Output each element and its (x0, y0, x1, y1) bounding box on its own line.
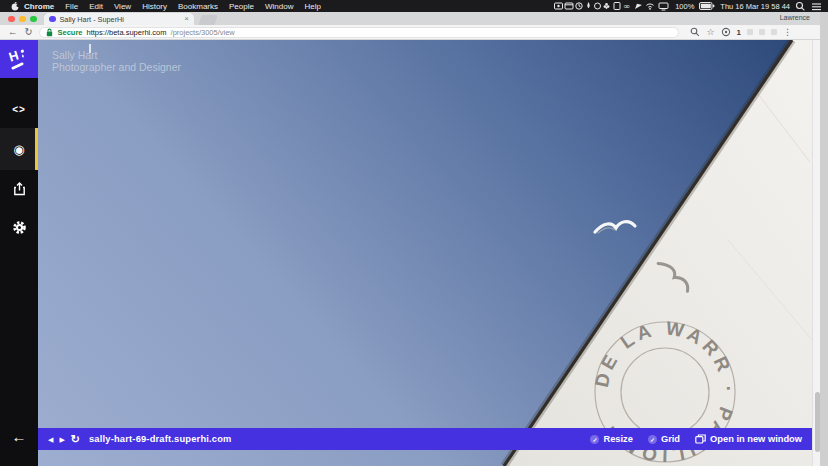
preview-bottom-bar: ◀ ▶ ↻ sally-hart-69-draft.superhi.com ✓ … (38, 428, 812, 450)
apple-logo-icon[interactable] (10, 1, 20, 11)
disabled-extension-icon[interactable] (759, 29, 765, 35)
browser-window: Sally Hart - SuperHi × Lawrence ← ↻ Secu… (0, 12, 820, 466)
menu-chrome[interactable]: Chrome (24, 2, 54, 11)
flower-icon (604, 3, 610, 9)
sidebar-item-preview[interactable]: ◉ (0, 128, 38, 170)
open-new-window-button[interactable]: Open in new window (695, 434, 802, 444)
wifi-icon (647, 4, 654, 10)
new-window-icon (695, 434, 706, 444)
clock-icon (576, 3, 582, 9)
eye-icon: ◉ (13, 142, 24, 157)
macos-menu-bar: Chrome File Edit View History Bookmarks … (0, 0, 828, 12)
secure-lock-icon (46, 28, 53, 37)
url-host: https://beta.superhi.com (87, 28, 167, 37)
address-bar[interactable]: Secure https://beta.superhi.com /project… (39, 27, 679, 38)
tab-close-icon[interactable]: × (184, 15, 189, 23)
building (504, 40, 812, 466)
text-cursor (89, 44, 91, 53)
editor-sidebar: H <> ◉ (0, 40, 38, 466)
grid-button[interactable]: ✓ Grid (648, 434, 680, 444)
menubar-status-icons[interactable]: ∞ (554, 0, 670, 12)
open-new-window-label: Open in new window (710, 434, 802, 444)
scrollbar-thumb[interactable] (815, 392, 820, 452)
draft-site-url[interactable]: sally-hart-69-draft.superhi.com (89, 434, 232, 444)
sidebar-item-code[interactable]: <> (0, 90, 38, 128)
app-menus: Chrome File Edit View History Bookmarks … (24, 2, 321, 11)
back-button[interactable]: ← (8, 27, 18, 37)
extension-circle-icon[interactable] (721, 27, 731, 37)
resize-check-icon: ✓ (590, 435, 599, 444)
sidebar-back-button[interactable]: ← (0, 417, 38, 455)
tab-favicon-icon (49, 16, 56, 23)
sidebar-item-settings[interactable] (0, 208, 38, 246)
preview-back-button[interactable]: ◀ (48, 436, 53, 443)
menu-history[interactable]: History (142, 2, 167, 11)
reload-button[interactable]: ↻ (25, 27, 33, 37)
window-icon (565, 3, 573, 9)
grid-label: Grid (661, 434, 680, 444)
svg-text:H: H (7, 47, 20, 64)
battery-percent: 100% (675, 2, 694, 11)
close-window-button[interactable] (8, 16, 15, 23)
onepassword-icon[interactable]: 1 (737, 28, 741, 37)
menu-window[interactable]: Window (265, 2, 293, 11)
svg-text:∞: ∞ (623, 1, 630, 11)
cursor-icon (635, 4, 642, 9)
window-controls (8, 16, 37, 23)
browser-tab[interactable]: Sally Hart - SuperHi × (44, 13, 194, 25)
menu-help[interactable]: Help (304, 2, 320, 11)
chrome-menu-icon[interactable]: ⋮ (783, 27, 792, 37)
disabled-extension-icon[interactable] (771, 29, 777, 35)
sidebar-item-share[interactable] (0, 170, 38, 208)
site-subtitle: Photographer and Designer (52, 61, 181, 73)
drop-icon (587, 2, 589, 8)
url-path: /projects/3005/view (171, 28, 235, 37)
document-icon (614, 3, 620, 10)
preview-forward-button[interactable]: ▶ (59, 436, 64, 443)
menu-people[interactable]: People (229, 2, 254, 11)
minimize-window-button[interactable] (19, 16, 26, 23)
menu-view[interactable]: View (114, 2, 131, 11)
menu-file[interactable]: File (65, 2, 78, 11)
browser-toolbar: ← ↻ Secure https://beta.superhi.com /pro… (0, 25, 820, 40)
display-icon (659, 3, 668, 10)
screen: Chrome File Edit View History Bookmarks … (0, 0, 828, 466)
menu-bookmarks[interactable]: Bookmarks (178, 2, 218, 11)
tab-bar: Sally Hart - SuperHi × Lawrence (0, 12, 820, 25)
circle-icon (595, 3, 601, 9)
tab-title: Sally Hart - SuperHi (60, 15, 181, 24)
screen-capture-icon (555, 3, 563, 9)
site-preview: DE LA WARR · PAVILION · Sally Hart Photo… (38, 40, 812, 466)
bookmark-star-icon[interactable]: ☆ (706, 27, 714, 37)
desktop-edge (820, 12, 828, 466)
site-heading-block: Sally Hart Photographer and Designer (52, 49, 181, 73)
site-title: Sally Hart (52, 49, 181, 61)
new-tab-button[interactable] (198, 15, 217, 26)
resize-button[interactable]: ✓ Resize (590, 434, 632, 444)
zoom-page-icon[interactable] (690, 27, 700, 37)
grid-check-icon: ✓ (648, 435, 657, 444)
resize-label: Resize (603, 434, 632, 444)
infinity-icon: ∞ (623, 1, 630, 11)
gear-icon (12, 220, 27, 235)
preview-refresh-button[interactable]: ↻ (71, 434, 80, 445)
notification-center-icon[interactable] (811, 1, 822, 12)
hero-photo: DE LA WARR · PAVILION · (38, 40, 812, 466)
battery-icon (699, 1, 715, 11)
security-label: Secure (57, 28, 82, 37)
seagull-icon (595, 222, 635, 233)
code-icon: <> (12, 104, 26, 115)
zoom-window-button[interactable] (30, 16, 37, 23)
share-icon (13, 182, 26, 196)
spotlight-search-icon[interactable] (795, 1, 806, 12)
chrome-profile-name[interactable]: Lawrence (780, 14, 810, 21)
disabled-extension-icon[interactable] (747, 29, 753, 35)
menu-edit[interactable]: Edit (89, 2, 103, 11)
superhi-logo[interactable]: H (0, 40, 38, 78)
page-scrollbar[interactable] (812, 40, 820, 466)
menubar-clock[interactable]: Thu 16 Mar 19 58 44 (720, 2, 790, 11)
